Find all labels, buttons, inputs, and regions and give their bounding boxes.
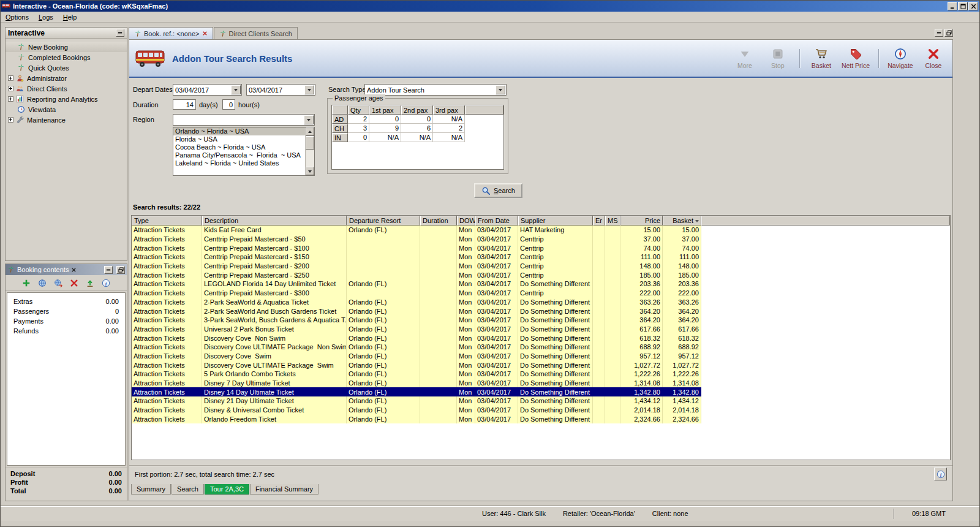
pax-cell[interactable]: 2 <box>348 115 369 124</box>
sidebar-item-quick-quotes[interactable]: Quick Quotes <box>6 63 127 73</box>
table-row[interactable]: Attraction Tickets2-Park SeaWorld And Bu… <box>132 306 950 316</box>
bottom-tab-financial-summary[interactable]: Financial Summary <box>250 484 318 495</box>
table-row[interactable]: Attraction TicketsDiscovery Cove Non Swi… <box>132 333 950 343</box>
table-row[interactable]: Attraction TicketsLEGOLAND Florida 14 Da… <box>132 279 950 289</box>
menu-options[interactable]: Options <box>1 12 34 22</box>
column-header-duration[interactable]: Duration <box>420 216 457 226</box>
pax-cell[interactable]: 0 <box>348 133 369 142</box>
table-row[interactable]: Attraction TicketsCenttrip Prepaid Maste… <box>132 235 950 244</box>
column-header-type[interactable]: Type <box>132 216 202 226</box>
region-scrollbar[interactable] <box>305 127 314 175</box>
table-row[interactable]: Attraction Tickets5 Park Orlando Combo T… <box>132 370 950 379</box>
panel-restore-button[interactable] <box>116 266 125 274</box>
column-header-from-date[interactable]: From Date <box>475 216 518 226</box>
menu-help[interactable]: Help <box>58 12 82 22</box>
depart-date-from-combo[interactable]: 03/04/2017 <box>173 84 242 96</box>
close-button[interactable]: Close <box>921 48 946 69</box>
bottom-tab-summary[interactable]: Summary <box>131 484 171 495</box>
pax-cell[interactable]: 9 <box>369 124 401 133</box>
minimize-button[interactable] <box>948 2 957 10</box>
pax-cell[interactable]: N/A <box>433 115 465 124</box>
scroll-down-button[interactable] <box>306 167 314 175</box>
sidebar-item-new-booking[interactable]: New Booking <box>6 42 127 52</box>
sidebar-item-viewdata[interactable]: Viewdata <box>6 104 127 115</box>
column-header-description[interactable]: Description <box>202 216 347 226</box>
booking-row-payments[interactable]: Payments0.00 <box>9 316 124 326</box>
table-row[interactable]: Attraction TicketsKids Eat Free CardOrla… <box>132 226 950 235</box>
sidebar-item-maintenance[interactable]: Maintenance <box>6 115 127 125</box>
delete-item-button[interactable] <box>69 278 79 288</box>
pax-cell[interactable]: N/A <box>433 133 465 142</box>
region-combo[interactable] <box>173 114 315 126</box>
region-option[interactable]: Florida ~ USA <box>173 135 305 143</box>
panel-close-icon[interactable] <box>71 267 77 273</box>
table-row[interactable]: Attraction TicketsDisney 21 Day Ultimate… <box>132 396 950 406</box>
panel-minimize-button[interactable] <box>104 266 113 274</box>
scroll-up-button[interactable] <box>306 127 314 136</box>
pax-cell[interactable]: 0 <box>369 115 401 124</box>
table-row[interactable]: Attraction TicketsDiscovery Cove ULTIMAT… <box>132 360 950 370</box>
pax-cell[interactable]: 6 <box>401 124 433 133</box>
pax-cell[interactable]: 3 <box>348 124 369 133</box>
import-button[interactable] <box>53 278 63 288</box>
table-row[interactable]: Attraction TicketsCenttrip Prepaid Maste… <box>132 289 950 298</box>
pax-cell[interactable]: N/A <box>369 133 401 142</box>
search-button[interactable]: Search <box>474 183 522 198</box>
tab-direct-clients-search[interactable]: Direct Clients Search <box>214 27 298 39</box>
table-row[interactable]: Attraction Tickets3-Park SeaWorld, Busch… <box>132 316 950 325</box>
info-button[interactable]: i <box>101 278 111 288</box>
column-header-dow[interactable]: DOW <box>457 216 475 226</box>
export-button[interactable] <box>85 278 95 288</box>
table-row[interactable]: Attraction TicketsDisney 14 Day Ultimate… <box>132 387 950 396</box>
booking-row-refunds[interactable]: Refunds0.00 <box>9 326 124 336</box>
depart-date-to-combo[interactable]: 03/04/2017 <box>246 84 315 96</box>
column-header-er[interactable]: Er <box>593 216 605 226</box>
table-row[interactable]: Attraction TicketsCenttrip Prepaid Maste… <box>132 270 950 279</box>
column-header-price[interactable]: Price <box>620 216 663 226</box>
table-row[interactable]: Attraction TicketsCenttrip Prepaid Maste… <box>132 252 950 262</box>
booking-row-passengers[interactable]: Passengers0 <box>9 306 124 316</box>
search-type-combo[interactable]: Addon Tour Search <box>364 84 507 96</box>
expand-icon[interactable] <box>8 86 13 91</box>
dropdown-button[interactable] <box>231 85 241 94</box>
web-search-button[interactable] <box>37 278 47 288</box>
column-header-ms[interactable]: MS <box>605 216 620 226</box>
dropdown-button[interactable] <box>304 115 314 124</box>
column-header-supplier[interactable]: Supplier <box>518 216 593 226</box>
menu-logs[interactable]: Logs <box>34 12 58 22</box>
table-row[interactable]: Attraction TicketsDisney 7 Day Ultimate … <box>132 379 950 388</box>
table-row[interactable]: Attraction TicketsDiscovery Cove ULTIMAT… <box>132 343 950 352</box>
bottom-tab-search[interactable]: Search <box>172 484 204 495</box>
scroll-thumb[interactable] <box>306 136 314 150</box>
table-row[interactable]: Attraction TicketsDisney & Universal Com… <box>132 406 950 415</box>
column-header-departure-resort[interactable]: Departure Resort <box>347 216 420 226</box>
maximize-button[interactable] <box>958 2 968 10</box>
add-item-button[interactable] <box>21 278 31 288</box>
pax-cell[interactable]: 0 <box>401 115 433 124</box>
table-row[interactable]: Attraction TicketsOrlando Freedom Ticket… <box>132 414 950 423</box>
booking-row-extras[interactable]: Extras0.00 <box>9 297 124 306</box>
table-row[interactable]: Attraction TicketsUniversal 2 Park Bonus… <box>132 325 950 334</box>
mdi-minimize-button[interactable] <box>935 29 943 37</box>
tab-book-ref-none[interactable]: Book. ref.: <none> <box>129 27 213 39</box>
mdi-restore-button[interactable] <box>944 29 953 37</box>
expand-icon[interactable] <box>8 117 13 123</box>
column-header-basket[interactable]: Basket <box>663 216 701 226</box>
duration-hours-input[interactable]: 0 <box>222 99 235 110</box>
table-row[interactable]: Attraction TicketsCenttrip Prepaid Maste… <box>132 262 950 271</box>
region-option[interactable]: Lakeland ~ Florida ~ United States <box>173 159 305 167</box>
duration-days-input[interactable]: 14 <box>173 99 196 110</box>
close-button[interactable] <box>968 2 978 10</box>
region-option[interactable]: Orlando ~ Florida ~ USA <box>173 127 305 135</box>
info-button[interactable]: i <box>934 468 947 480</box>
expand-icon[interactable] <box>8 75 13 81</box>
bottom-tab-tour-2a-3c[interactable]: Tour 2A,3C <box>205 484 249 495</box>
region-option[interactable]: Panama City/Pensacola ~ Florida ~ USA <box>173 151 305 159</box>
navigate-button[interactable]: Navigate <box>888 48 913 69</box>
sidebar-item-reporting-and-analytics[interactable]: Reporting and Analytics <box>6 94 127 104</box>
sidebar-item-direct-clients[interactable]: Direct Clients <box>6 83 127 94</box>
region-option[interactable]: Cocoa Beach ~ Florida ~ USA <box>173 143 305 151</box>
basket-button[interactable]: Basket <box>809 48 834 69</box>
table-row[interactable]: Attraction TicketsCenttrip Prepaid Maste… <box>132 243 950 252</box>
expand-icon[interactable] <box>8 96 13 102</box>
